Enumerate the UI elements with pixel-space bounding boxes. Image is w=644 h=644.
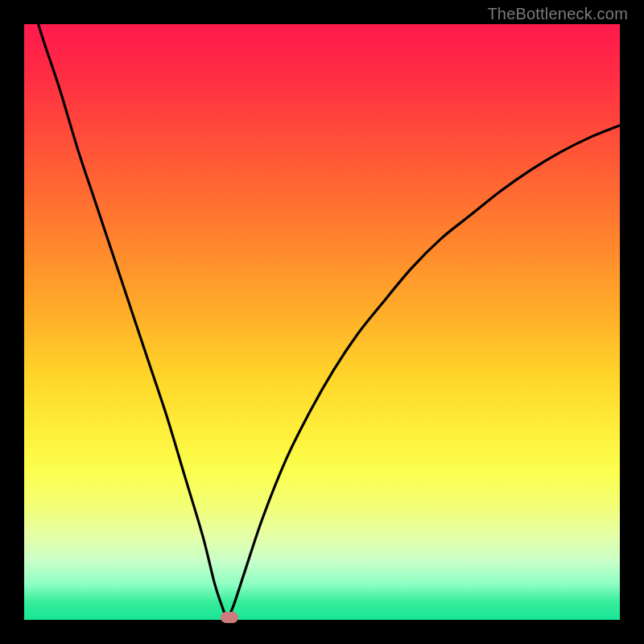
attribution-label: TheBottleneck.com [487, 5, 628, 23]
minimum-marker [221, 612, 238, 623]
bottleneck-curve [24, 24, 620, 620]
plot-area [24, 24, 620, 620]
chart-frame: TheBottleneck.com [0, 0, 644, 644]
